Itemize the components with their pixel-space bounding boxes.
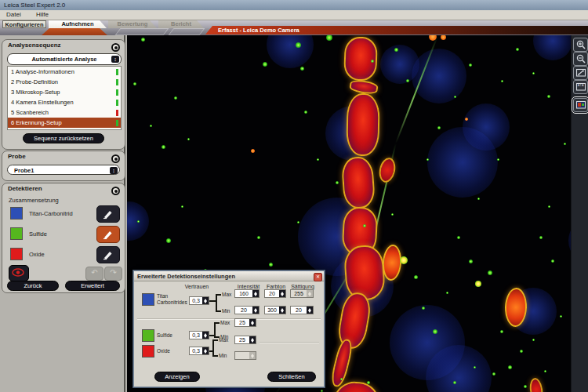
sulfide-particle (516, 48, 519, 51)
titan-color-swatch (10, 207, 23, 220)
back-button[interactable]: Zurück (7, 281, 59, 291)
panel-menu-icon[interactable] (111, 154, 120, 163)
step-erkennung-setup[interactable]: 6 Erkennung-Setup (8, 118, 121, 128)
bright-particle (400, 256, 408, 264)
sequence-dropdown[interactable]: Automatisierte Analyse ↕ (7, 53, 122, 65)
menu-datei[interactable]: Datei (3, 10, 24, 20)
titan-phase-label: Titan-Carbonitrid (29, 210, 73, 217)
scale-1-1-icon[interactable]: 1:1 (573, 80, 588, 94)
titan-max-label: Max (222, 292, 231, 298)
oxide-vertrauen-input[interactable]: 0,3 (189, 347, 209, 355)
show-button[interactable]: Anzeigen (154, 372, 200, 382)
sulfide-particle (477, 198, 480, 200)
oxide-min-input[interactable] (234, 351, 256, 360)
sulfide-particle (453, 381, 456, 384)
titan-pick-color-button[interactable] (96, 205, 120, 223)
spinner-icon[interactable] (202, 332, 209, 339)
sulfide-particle (300, 67, 304, 71)
bracket-line (214, 322, 216, 338)
tab-bewertung[interactable]: Bewertung (108, 20, 157, 28)
sequence-step-list: 1 Analyse-Informationen 2 Probe-Definiti… (7, 66, 122, 130)
fit-to-window-icon[interactable] (573, 66, 588, 80)
bracket-line (212, 339, 214, 357)
probe-dropdown[interactable]: Probe1 ↕ (7, 165, 120, 175)
sulfide-particle (454, 96, 456, 98)
sulfide-vertrauen-input[interactable]: 0,3 (189, 331, 209, 339)
spinner-icon[interactable]: ↕ (110, 167, 118, 174)
zoom-in-icon[interactable] (573, 38, 588, 52)
spinner-icon[interactable] (252, 307, 259, 314)
oxide-max-input[interactable]: 25 (234, 336, 256, 344)
dialog-close-button[interactable]: Schließen (267, 372, 316, 382)
window-titlebar: Leica Steel Expert 2.0 (0, 0, 588, 10)
value: 25 (235, 336, 249, 343)
titan-max-farbton-input[interactable]: 20 (264, 289, 286, 298)
tab-aufnehmen[interactable]: Aufnehmen (49, 20, 107, 28)
bracket-line (209, 300, 216, 302)
advanced-button[interactable]: Erweitert (65, 281, 120, 291)
capture-status-banner: Erfasst - Leica Demo Camera (205, 26, 588, 34)
bracket-line (216, 294, 217, 312)
titan-min-label: Min (222, 308, 230, 314)
titan-min-intensitaet-input[interactable]: 20 (234, 306, 260, 314)
sulfide-particle (457, 236, 460, 239)
sulfide-particle (321, 390, 323, 392)
redo-button[interactable]: ↷ (104, 267, 122, 281)
tab-bericht[interactable]: Bericht (158, 20, 204, 28)
sulfide-max-input[interactable]: 25 (234, 318, 256, 327)
spinner-icon[interactable]: ↕ (111, 56, 119, 63)
menu-hilfe[interactable]: Hilfe (33, 10, 52, 20)
detect-panel-title: Detektieren (2, 183, 125, 194)
sulfide-particle (340, 378, 343, 380)
titan-min-farbton-input[interactable]: 300 (264, 306, 286, 314)
step-analyse-informationen[interactable]: 1 Analyse-Informationen (8, 67, 121, 77)
sequence-dropdown-value: Automatisierte Analyse (31, 56, 96, 63)
spinner-icon[interactable] (249, 352, 256, 359)
undo-button[interactable]: ↶ (85, 267, 103, 281)
spinner-icon[interactable] (279, 290, 285, 297)
blue-glow-region (533, 35, 571, 60)
panel-menu-icon[interactable] (111, 187, 120, 195)
dialog-titlebar[interactable]: Erweiterte Detektionseinstellungen (134, 271, 324, 281)
oxide-pick-color-button[interactable] (96, 246, 120, 263)
reset-sequence-button[interactable]: Sequenz zurücksetzen (23, 133, 104, 143)
probe-panel: Probe Probe1 ↕ (2, 151, 125, 181)
status-indicator (116, 69, 118, 75)
sulfide-particle (548, 205, 550, 208)
sulfide-particle (433, 329, 437, 334)
tab-konfigurieren[interactable]: Konfigurieren (2, 20, 46, 28)
step-scanbereich[interactable]: 5 Scanbereich (8, 107, 121, 118)
oxide-color-swatch (10, 248, 23, 260)
step-mikroskop-setup[interactable]: 3 Mikroskop-Setup (8, 87, 121, 97)
blue-glow-region (412, 49, 466, 103)
sulfide-particle (269, 263, 273, 267)
spinner-icon[interactable] (249, 336, 256, 343)
step-probe-definition[interactable]: 2 Probe-Definition (8, 77, 121, 87)
close-icon[interactable]: ✕ (314, 273, 322, 281)
zoom-out-icon[interactable] (573, 52, 588, 66)
sulfide-particle (141, 38, 145, 42)
spinner-icon[interactable] (307, 290, 313, 297)
col-intensitaet: Intensität (233, 284, 264, 289)
spinner-icon[interactable] (279, 307, 285, 314)
sulfide-particle (406, 79, 409, 82)
sulfide-pick-color-button[interactable] (96, 226, 120, 243)
sulfide-color-swatch (10, 227, 23, 240)
spinner-icon[interactable] (252, 290, 259, 297)
titan-max-saettigung-input[interactable]: 255 (290, 289, 314, 298)
spinner-icon[interactable] (249, 319, 256, 326)
titan-max-intensitaet-input[interactable]: 160 (234, 289, 260, 298)
live-image-icon[interactable] (573, 98, 588, 112)
spinner-icon[interactable] (307, 307, 313, 314)
wedge-decoration (114, 28, 169, 35)
spinner-icon[interactable] (202, 297, 209, 304)
sulfide-particle (162, 145, 165, 149)
sulfide-max-label: Max (220, 320, 230, 326)
preview-eye-button[interactable] (9, 265, 29, 281)
titan-min-saettigung-input[interactable]: 20 (290, 306, 314, 314)
panel-menu-icon[interactable] (111, 43, 120, 52)
dlg-titan-swatch (142, 293, 154, 306)
spinner-icon[interactable] (202, 347, 209, 354)
titan-vertrauen-input[interactable]: 0,3 (189, 296, 209, 305)
step-kamera-einstellungen[interactable]: 4 Kamera Einstellungen (8, 97, 121, 107)
